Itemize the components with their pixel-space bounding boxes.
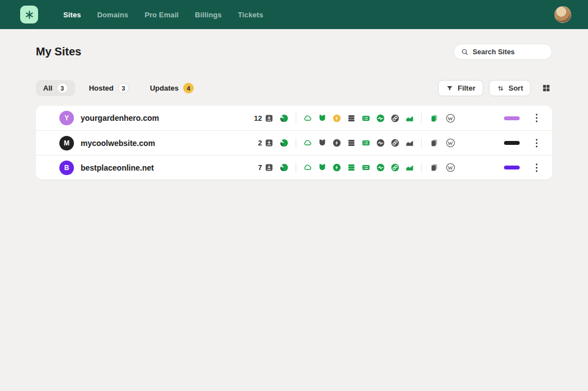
nav-item-pro-email[interactable]: Pro Email bbox=[144, 11, 179, 19]
filter-button[interactable]: Filter bbox=[438, 80, 483, 96]
database-icon[interactable] bbox=[347, 163, 356, 172]
row-menu-button[interactable] bbox=[532, 136, 541, 150]
analytics-chart-icon[interactable] bbox=[405, 138, 414, 148]
updates-count[interactable]: 7 bbox=[246, 163, 274, 172]
usage-pie-icon[interactable] bbox=[279, 163, 289, 172]
toolbar-actions: Filter Sort bbox=[438, 80, 552, 96]
main-nav: Sites Domains Pro Email Billings Tickets bbox=[63, 11, 263, 19]
filter-button-label: Filter bbox=[458, 84, 475, 92]
staging-link-icon[interactable] bbox=[390, 138, 400, 148]
tab-updates-count-badge: 4 bbox=[183, 83, 194, 93]
page-header: My Sites bbox=[36, 44, 552, 60]
usage-bar bbox=[504, 141, 520, 145]
site-domain-link[interactable]: bestplaceonline.net bbox=[81, 163, 246, 172]
divider bbox=[296, 113, 296, 123]
tab-all[interactable]: All 3 bbox=[36, 80, 75, 96]
nav-item-domains[interactable]: Domains bbox=[97, 11, 129, 19]
divider bbox=[296, 138, 296, 148]
copy-pages-icon[interactable] bbox=[430, 163, 439, 172]
updates-number: 12 bbox=[246, 114, 262, 123]
sort-button-label: Sort bbox=[508, 84, 523, 92]
tab-all-label: All bbox=[43, 84, 53, 92]
usage-bar bbox=[504, 116, 520, 120]
page-title: My Sites bbox=[36, 45, 81, 58]
cdn-cloud-icon[interactable] bbox=[303, 114, 312, 123]
usage-pie-icon[interactable] bbox=[279, 138, 289, 148]
usage-bar bbox=[504, 166, 520, 169]
tab-all-count-badge: 3 bbox=[57, 83, 68, 93]
tab-hosted[interactable]: Hosted 3 bbox=[82, 80, 136, 96]
security-shield-icon[interactable] bbox=[318, 138, 327, 148]
usage-pie-icon[interactable] bbox=[279, 114, 289, 123]
tab-updates-label: Updates bbox=[150, 84, 179, 92]
database-icon[interactable] bbox=[347, 138, 356, 148]
toolbar: All 3 Hosted 3 Updates 4 Filter Sort bbox=[36, 80, 552, 96]
staging-link-icon[interactable] bbox=[390, 114, 400, 123]
site-domain-link[interactable]: mycoolwebsite.com bbox=[81, 139, 246, 148]
uptime-pulse-icon[interactable] bbox=[376, 163, 385, 172]
updates-tray-icon bbox=[264, 138, 274, 148]
divider bbox=[296, 163, 296, 173]
brand-logo[interactable] bbox=[20, 6, 38, 23]
wordpress-icon[interactable] bbox=[445, 162, 456, 173]
kebab-icon bbox=[535, 138, 538, 148]
status-icons bbox=[303, 163, 414, 172]
cdn-cloud-icon[interactable] bbox=[303, 163, 312, 172]
performance-bolt-icon[interactable] bbox=[332, 114, 342, 123]
copy-pages-icon[interactable] bbox=[430, 114, 439, 123]
tab-hosted-count-badge: 3 bbox=[118, 83, 129, 93]
status-icons bbox=[303, 138, 414, 148]
search-input[interactable] bbox=[473, 48, 545, 56]
site-row: B bestplaceonline.net 7 bbox=[36, 155, 552, 180]
row-menu-button[interactable] bbox=[532, 161, 541, 175]
cdn-cloud-icon[interactable] bbox=[303, 138, 312, 148]
main-content: My Sites All 3 Hosted 3 Updates 4 Fil bbox=[0, 44, 588, 180]
nav-item-tickets[interactable]: Tickets bbox=[238, 11, 263, 19]
updates-number: 2 bbox=[246, 139, 262, 147]
staging-link-icon[interactable] bbox=[390, 163, 400, 172]
site-avatar: Y bbox=[59, 111, 74, 125]
security-shield-icon[interactable] bbox=[318, 163, 327, 172]
uptime-pulse-icon[interactable] bbox=[376, 138, 385, 148]
updates-count[interactable]: 2 bbox=[246, 138, 274, 148]
sites-list-card: Y yourgardenhero.com 12 bbox=[36, 106, 552, 180]
divider bbox=[421, 138, 422, 148]
analytics-chart-icon[interactable] bbox=[405, 163, 414, 172]
copy-pages-icon[interactable] bbox=[430, 138, 439, 148]
kebab-icon bbox=[535, 113, 538, 123]
site-row: M mycoolwebsite.com 2 bbox=[36, 130, 552, 155]
server-icon[interactable] bbox=[361, 114, 371, 123]
uptime-pulse-icon[interactable] bbox=[376, 114, 385, 123]
tab-updates[interactable]: Updates 4 bbox=[143, 80, 201, 96]
status-icons bbox=[303, 114, 414, 123]
analytics-chart-icon[interactable] bbox=[405, 114, 414, 123]
site-avatar: M bbox=[59, 136, 74, 150]
user-avatar[interactable] bbox=[554, 6, 571, 23]
top-navbar: Sites Domains Pro Email Billings Tickets bbox=[0, 0, 588, 29]
wordpress-icon[interactable] bbox=[445, 138, 456, 148]
updates-count[interactable]: 12 bbox=[246, 114, 274, 123]
grid-view-icon bbox=[542, 83, 551, 93]
updates-tray-icon bbox=[264, 163, 274, 172]
server-icon[interactable] bbox=[361, 163, 371, 172]
security-shield-icon[interactable] bbox=[318, 114, 327, 123]
search-icon bbox=[461, 48, 469, 56]
wordpress-icon[interactable] bbox=[445, 113, 456, 124]
divider bbox=[421, 113, 422, 123]
site-domain-link[interactable]: yourgardenhero.com bbox=[81, 114, 246, 123]
funnel-icon bbox=[446, 84, 454, 92]
server-icon[interactable] bbox=[361, 138, 371, 148]
performance-bolt-icon[interactable] bbox=[332, 138, 342, 148]
row-menu-button[interactable] bbox=[532, 111, 541, 125]
performance-bolt-icon[interactable] bbox=[332, 163, 342, 172]
nav-item-billings[interactable]: Billings bbox=[195, 11, 222, 19]
site-avatar: B bbox=[59, 161, 74, 175]
updates-tray-icon bbox=[264, 114, 274, 123]
nav-item-sites[interactable]: Sites bbox=[63, 11, 81, 19]
database-icon[interactable] bbox=[347, 114, 356, 123]
updates-number: 7 bbox=[246, 163, 262, 172]
sort-button[interactable]: Sort bbox=[489, 80, 531, 96]
divider bbox=[421, 163, 422, 173]
grid-view-button[interactable] bbox=[540, 82, 552, 95]
search-box[interactable] bbox=[454, 44, 552, 60]
